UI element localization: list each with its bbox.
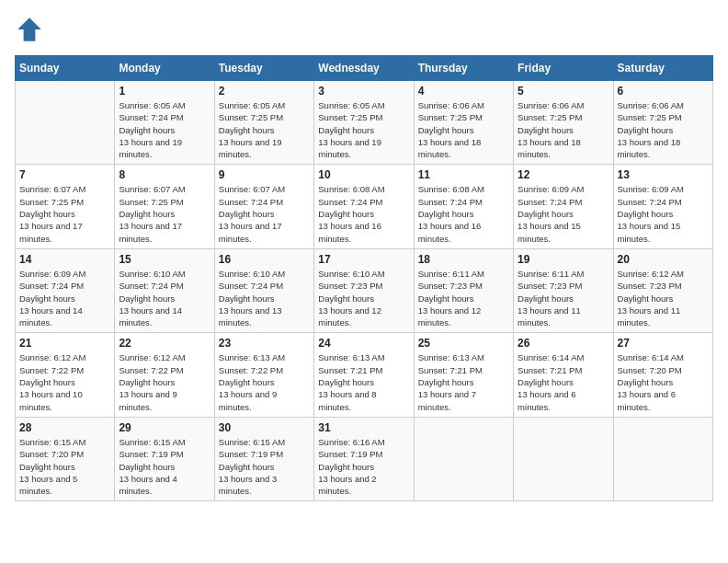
day-info: Sunrise: 6:12 AM Sunset: 7:22 PM Dayligh… xyxy=(119,351,210,412)
day-info: Sunrise: 6:09 AM Sunset: 7:24 PM Dayligh… xyxy=(19,268,110,328)
day-info: Sunrise: 6:08 AM Sunset: 7:24 PM Dayligh… xyxy=(318,183,409,244)
calendar-cell: 8 Sunrise: 6:07 AM Sunset: 7:25 PM Dayli… xyxy=(115,165,214,248)
page-header xyxy=(15,15,713,44)
day-info: Sunrise: 6:13 AM Sunset: 7:21 PM Dayligh… xyxy=(418,351,509,412)
day-number: 21 xyxy=(19,337,110,350)
day-info: Sunrise: 6:07 AM Sunset: 7:25 PM Dayligh… xyxy=(119,183,210,244)
calendar-cell: 29 Sunrise: 6:15 AM Sunset: 7:19 PM Dayl… xyxy=(115,417,214,500)
day-number: 28 xyxy=(19,421,110,434)
day-info: Sunrise: 6:09 AM Sunset: 7:24 PM Dayligh… xyxy=(518,183,609,244)
calendar-table: SundayMondayTuesdayWednesdayThursdayFrid… xyxy=(15,55,713,501)
day-info: Sunrise: 6:07 AM Sunset: 7:25 PM Dayligh… xyxy=(19,183,110,244)
day-number: 4 xyxy=(418,85,509,98)
svg-marker-0 xyxy=(17,17,41,41)
day-number: 11 xyxy=(418,168,509,181)
calendar-cell: 19 Sunrise: 6:11 AM Sunset: 7:23 PM Dayl… xyxy=(514,248,613,332)
calendar-cell: 17 Sunrise: 6:10 AM Sunset: 7:23 PM Dayl… xyxy=(314,248,414,332)
day-number: 1 xyxy=(119,85,210,98)
day-info: Sunrise: 6:11 AM Sunset: 7:23 PM Dayligh… xyxy=(418,268,509,328)
day-info: Sunrise: 6:12 AM Sunset: 7:23 PM Dayligh… xyxy=(618,268,709,328)
day-info: Sunrise: 6:06 AM Sunset: 7:25 PM Dayligh… xyxy=(618,99,709,160)
day-info: Sunrise: 6:15 AM Sunset: 7:19 PM Dayligh… xyxy=(219,436,310,497)
day-info: Sunrise: 6:11 AM Sunset: 7:23 PM Dayligh… xyxy=(518,268,609,328)
calendar-cell: 26 Sunrise: 6:14 AM Sunset: 7:21 PM Dayl… xyxy=(514,333,613,417)
calendar-cell: 22 Sunrise: 6:12 AM Sunset: 7:22 PM Dayl… xyxy=(115,333,214,417)
day-number: 15 xyxy=(119,253,210,266)
calendar-cell: 10 Sunrise: 6:08 AM Sunset: 7:24 PM Dayl… xyxy=(314,165,414,248)
day-number: 19 xyxy=(518,253,609,266)
day-number: 10 xyxy=(318,168,409,181)
calendar-cell: 1 Sunrise: 6:05 AM Sunset: 7:24 PM Dayli… xyxy=(115,81,214,165)
day-info: Sunrise: 6:10 AM Sunset: 7:23 PM Dayligh… xyxy=(318,268,409,328)
day-info: Sunrise: 6:06 AM Sunset: 7:25 PM Dayligh… xyxy=(418,99,509,160)
day-info: Sunrise: 6:06 AM Sunset: 7:25 PM Dayligh… xyxy=(518,99,609,160)
week-row-2: 7 Sunrise: 6:07 AM Sunset: 7:25 PM Dayli… xyxy=(16,165,713,248)
day-number: 20 xyxy=(618,253,709,266)
calendar-cell: 3 Sunrise: 6:05 AM Sunset: 7:25 PM Dayli… xyxy=(314,81,414,165)
day-number: 26 xyxy=(518,337,609,350)
col-header-thursday: Thursday xyxy=(414,56,513,81)
day-number: 2 xyxy=(219,85,310,98)
day-number: 13 xyxy=(618,168,709,181)
calendar-cell xyxy=(414,417,513,500)
day-number: 16 xyxy=(219,253,310,266)
day-info: Sunrise: 6:08 AM Sunset: 7:24 PM Dayligh… xyxy=(418,183,509,244)
day-info: Sunrise: 6:05 AM Sunset: 7:25 PM Dayligh… xyxy=(318,99,409,160)
day-info: Sunrise: 6:10 AM Sunset: 7:24 PM Dayligh… xyxy=(219,268,310,328)
col-header-friday: Friday xyxy=(514,56,613,81)
week-row-4: 21 Sunrise: 6:12 AM Sunset: 7:22 PM Dayl… xyxy=(16,333,713,417)
col-header-wednesday: Wednesday xyxy=(314,56,414,81)
calendar-cell xyxy=(16,81,115,165)
day-info: Sunrise: 6:07 AM Sunset: 7:24 PM Dayligh… xyxy=(219,183,310,244)
day-number: 18 xyxy=(418,253,509,266)
week-row-3: 14 Sunrise: 6:09 AM Sunset: 7:24 PM Dayl… xyxy=(16,248,713,332)
day-number: 3 xyxy=(318,85,409,98)
day-number: 7 xyxy=(19,168,110,181)
day-info: Sunrise: 6:16 AM Sunset: 7:19 PM Dayligh… xyxy=(318,436,409,497)
calendar-cell: 28 Sunrise: 6:15 AM Sunset: 7:20 PM Dayl… xyxy=(16,417,115,500)
logo xyxy=(15,15,48,44)
day-info: Sunrise: 6:05 AM Sunset: 7:25 PM Dayligh… xyxy=(219,99,310,160)
calendar-cell: 18 Sunrise: 6:11 AM Sunset: 7:23 PM Dayl… xyxy=(414,248,513,332)
day-number: 5 xyxy=(518,85,609,98)
col-header-tuesday: Tuesday xyxy=(214,56,313,81)
day-info: Sunrise: 6:05 AM Sunset: 7:24 PM Dayligh… xyxy=(119,99,210,160)
calendar-cell: 7 Sunrise: 6:07 AM Sunset: 7:25 PM Dayli… xyxy=(16,165,115,248)
day-number: 27 xyxy=(618,337,709,350)
day-number: 22 xyxy=(119,337,210,350)
calendar-cell xyxy=(514,417,613,500)
col-header-monday: Monday xyxy=(115,56,214,81)
calendar-cell: 27 Sunrise: 6:14 AM Sunset: 7:20 PM Dayl… xyxy=(613,333,712,417)
day-number: 12 xyxy=(518,168,609,181)
calendar-cell: 16 Sunrise: 6:10 AM Sunset: 7:24 PM Dayl… xyxy=(214,248,313,332)
logo-icon xyxy=(15,15,44,44)
day-number: 24 xyxy=(318,337,409,350)
calendar-cell: 20 Sunrise: 6:12 AM Sunset: 7:23 PM Dayl… xyxy=(613,248,712,332)
day-number: 23 xyxy=(219,337,310,350)
calendar-cell: 21 Sunrise: 6:12 AM Sunset: 7:22 PM Dayl… xyxy=(16,333,115,417)
day-number: 30 xyxy=(219,421,310,434)
day-number: 31 xyxy=(318,421,409,434)
day-number: 9 xyxy=(219,168,310,181)
calendar-cell: 31 Sunrise: 6:16 AM Sunset: 7:19 PM Dayl… xyxy=(314,417,414,500)
day-info: Sunrise: 6:13 AM Sunset: 7:21 PM Dayligh… xyxy=(318,351,409,412)
day-info: Sunrise: 6:15 AM Sunset: 7:19 PM Dayligh… xyxy=(119,436,210,497)
calendar-cell: 11 Sunrise: 6:08 AM Sunset: 7:24 PM Dayl… xyxy=(414,165,513,248)
col-header-saturday: Saturday xyxy=(613,56,712,81)
calendar-cell: 13 Sunrise: 6:09 AM Sunset: 7:24 PM Dayl… xyxy=(613,165,712,248)
calendar-cell: 5 Sunrise: 6:06 AM Sunset: 7:25 PM Dayli… xyxy=(514,81,613,165)
col-header-sunday: Sunday xyxy=(16,56,115,81)
day-info: Sunrise: 6:15 AM Sunset: 7:20 PM Dayligh… xyxy=(19,436,110,497)
day-info: Sunrise: 6:13 AM Sunset: 7:22 PM Dayligh… xyxy=(219,351,310,412)
day-number: 25 xyxy=(418,337,509,350)
day-number: 6 xyxy=(618,85,709,98)
week-row-5: 28 Sunrise: 6:15 AM Sunset: 7:20 PM Dayl… xyxy=(16,417,713,500)
day-number: 8 xyxy=(119,168,210,181)
day-number: 29 xyxy=(119,421,210,434)
day-number: 14 xyxy=(19,253,110,266)
calendar-cell: 30 Sunrise: 6:15 AM Sunset: 7:19 PM Dayl… xyxy=(214,417,313,500)
calendar-cell: 25 Sunrise: 6:13 AM Sunset: 7:21 PM Dayl… xyxy=(414,333,513,417)
calendar-cell: 14 Sunrise: 6:09 AM Sunset: 7:24 PM Dayl… xyxy=(16,248,115,332)
day-number: 17 xyxy=(318,253,409,266)
day-info: Sunrise: 6:14 AM Sunset: 7:21 PM Dayligh… xyxy=(518,351,609,412)
